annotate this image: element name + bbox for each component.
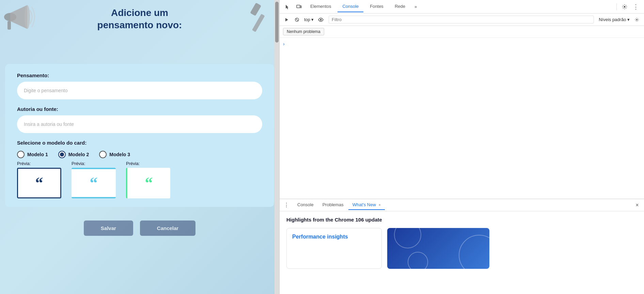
svg-point-12 (320, 19, 322, 20)
preview2-label: Prévia: (72, 161, 116, 166)
console-arrow-btn[interactable]: › (283, 41, 285, 47)
thought-label: Pensamento: (17, 72, 262, 78)
model2-label: Modelo 2 (68, 152, 89, 157)
device-toggle-btn[interactable] (294, 2, 304, 12)
svg-rect-7 (300, 6, 301, 8)
thought-input[interactable] (17, 82, 262, 99)
page-scrollbar[interactable] (274, 0, 279, 294)
model-selection: Selecione o modelo do card: Modelo 1 Mod… (17, 140, 262, 198)
hammer-icon (238, 0, 279, 34)
top-context-select[interactable]: top ▾ (303, 16, 315, 23)
preview1-group: Prévia: “ (17, 161, 61, 198)
cursor-icon-btn[interactable] (283, 2, 293, 12)
ban-btn[interactable] (293, 15, 301, 24)
whats-new-cards: Performance insights (286, 228, 637, 269)
svg-line-11 (296, 18, 298, 21)
bottom-tabs-bar: ⋮ Console Problemas What's New × × (280, 199, 644, 211)
svg-point-2 (25, 5, 30, 29)
bottom-panel-close-btn[interactable]: × (633, 201, 641, 209)
add-thought-form: Pensamento: Autoria ou fonte: Selecione … (5, 64, 274, 207)
quote-icon-2: “ (90, 174, 98, 192)
console-area: Nenhum problema › (280, 26, 644, 199)
page-title: Adicione um pensamento novo: (91, 7, 189, 32)
devtools-panel: Elementos Console Fontes Rede » ⋮ (279, 0, 644, 294)
second-card[interactable] (387, 228, 489, 269)
web-page-panel: Adicione um pensamento novo: Pensamento:… (0, 0, 279, 294)
model1-option[interactable]: Modelo 1 (17, 151, 48, 158)
previews-row: Prévia: “ Prévia: “ Prévia: “ (17, 161, 262, 198)
model-section-label: Selecione o modelo do card: (17, 140, 262, 146)
quote-icon-3: “ (145, 174, 153, 192)
model2-option[interactable]: Modelo 2 (58, 151, 89, 158)
tab-elementos[interactable]: Elementos (305, 1, 336, 12)
no-problem-bar: Nenhum problema (280, 26, 644, 38)
preview-card-2: “ (72, 168, 116, 198)
preview-card-3: “ (126, 168, 170, 198)
model3-radio[interactable] (99, 151, 107, 158)
performance-insights-card[interactable]: Performance insights (286, 228, 382, 269)
card-circle-2 (459, 235, 489, 269)
model3-option[interactable]: Modelo 3 (99, 151, 130, 158)
no-problem-btn[interactable]: Nenhum problema (283, 28, 324, 35)
console-output: › (280, 38, 644, 199)
svg-rect-4 (250, 3, 261, 16)
svg-rect-6 (297, 5, 300, 8)
bottom-panel: ⋮ Console Problemas What's New × × Highl… (280, 199, 644, 294)
author-group: Autoria ou fonte: (17, 106, 262, 133)
svg-marker-9 (285, 18, 288, 21)
whats-new-tab-close-btn[interactable]: × (378, 203, 380, 207)
preview1-label: Prévia: (17, 161, 61, 166)
megaphone-icon (0, 0, 41, 34)
toolbar-settings-btn[interactable] (632, 15, 641, 24)
more-options-btn[interactable]: ⋮ (631, 2, 641, 12)
bottom-tab-console[interactable]: Console (293, 200, 318, 210)
author-label: Autoria ou fonte: (17, 106, 262, 112)
more-tabs-btn[interactable]: » (412, 4, 420, 9)
preview-card-1: “ (17, 168, 61, 198)
tab-fontes[interactable]: Fontes (365, 1, 388, 12)
preview3-label: Prévia: (126, 161, 170, 166)
settings-icon-btn[interactable] (620, 2, 629, 12)
levels-select[interactable]: Níveis padrão ▾ (597, 16, 631, 23)
bottom-menu-btn[interactable]: ⋮ (282, 201, 290, 209)
svg-point-13 (636, 19, 638, 20)
devtools-header: Elementos Console Fontes Rede » ⋮ (280, 0, 644, 14)
bottom-tab-problemas[interactable]: Problemas (318, 200, 348, 210)
title-line1: Adicione um (111, 7, 168, 18)
whats-new-content: Highlights from the Chrome 106 update Pe… (280, 211, 644, 294)
preview2-group: Prévia: “ (72, 161, 116, 198)
model1-label: Modelo 1 (27, 152, 48, 157)
thought-group: Pensamento: (17, 72, 262, 99)
tab-console[interactable]: Console (337, 1, 363, 12)
model3-label: Modelo 3 (109, 152, 130, 157)
run-btn[interactable] (282, 15, 291, 24)
bottom-tab-whats-new[interactable]: What's New × (348, 200, 385, 210)
svg-rect-5 (252, 14, 265, 32)
preview3-group: Prévia: “ (126, 161, 170, 198)
chevron-down-icon: ▾ (311, 17, 314, 22)
title-line2: pensamento novo: (97, 20, 182, 30)
models-row: Modelo 1 Modelo 2 Modelo 3 (17, 151, 262, 158)
devtools-toolbar: top ▾ Níveis padrão ▾ (280, 14, 644, 26)
author-input[interactable] (17, 115, 262, 133)
tab-rede[interactable]: Rede (390, 1, 410, 12)
model1-radio[interactable] (17, 151, 25, 158)
card-circle-1 (394, 228, 421, 248)
filter-input[interactable] (329, 16, 594, 23)
eye-btn[interactable] (316, 15, 325, 24)
performance-insights-label: Performance insights (292, 234, 348, 240)
svg-point-8 (624, 6, 626, 7)
card-circle-3 (408, 252, 428, 269)
whats-new-heading: Highlights from the Chrome 106 update (286, 217, 637, 223)
quote-icon-1: “ (35, 174, 43, 192)
model2-radio[interactable] (58, 151, 66, 158)
svg-rect-3 (7, 21, 11, 30)
levels-chevron-icon: ▾ (627, 17, 630, 22)
